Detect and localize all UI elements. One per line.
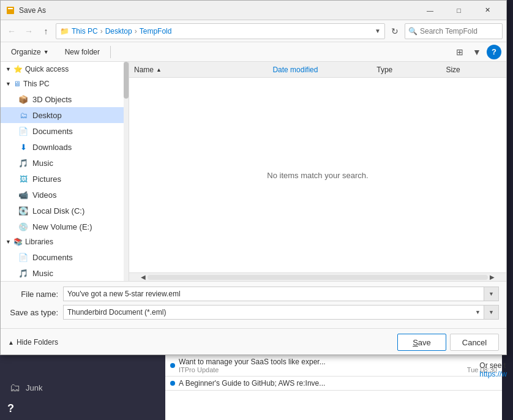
libraries-group[interactable]: ▼ 📚 Libraries — [1, 234, 129, 249]
sort-arrow-icon: ▲ — [156, 67, 162, 73]
3dobjects-icon: 📦 — [18, 94, 29, 105]
this-pc-caret-icon: ▼ — [6, 81, 11, 87]
sidebar-item-label: Videos — [32, 190, 57, 200]
sidebar-item-local-disk-c[interactable]: 💽 Local Disk (C:) — [1, 203, 129, 219]
sidebar-item-lib-music[interactable]: 🎵 Music — [1, 265, 129, 281]
help-button[interactable]: ? — [487, 45, 501, 59]
sidebar-item-label: Pictures — [32, 174, 61, 184]
sidebar-item-music[interactable]: 🎵 Music — [1, 155, 129, 171]
link-text: https://w — [479, 370, 507, 378]
forward-button[interactable]: → — [21, 24, 36, 39]
column-size[interactable]: Size — [446, 66, 501, 74]
cancel-label: Cancel — [462, 338, 487, 347]
svg-rect-0 — [7, 7, 14, 14]
refresh-button[interactable]: ↻ — [388, 24, 402, 39]
hide-folders-button[interactable]: ▲ Hide Folders — [8, 338, 58, 347]
file-area: Name ▲ Date modified Type Size No items … — [129, 62, 506, 281]
title-bar: Save As — □ ✕ — [1, 1, 506, 20]
lib-music-icon: 🎵 — [18, 268, 29, 279]
new-folder-button[interactable]: New folder — [59, 45, 105, 59]
breadcrumb-tempfold[interactable]: TempFold — [140, 27, 172, 36]
sidebar-item-label: Music — [32, 159, 53, 168]
scroll-left-button[interactable]: ◀ — [139, 273, 148, 282]
sidebar-item-pictures[interactable]: 🖼 Pictures — [1, 171, 129, 187]
organize-caret-icon: ▼ — [43, 49, 49, 55]
column-size-label: Size — [446, 66, 460, 74]
sidebar-item-label: Desktop — [32, 111, 62, 120]
view-toggle-button[interactable]: ⊞ — [452, 45, 467, 59]
file-name-input[interactable] — [63, 287, 484, 301]
sidebar-item-label: 3D Objects — [32, 95, 72, 104]
this-pc-icon: 🖥 — [13, 80, 21, 88]
column-header: Name ▲ Date modified Type Size — [129, 62, 506, 78]
email1-sender: ITPro Update — [179, 366, 219, 373]
sidebar-item-new-volume-e[interactable]: 💿 New Volume (E:) — [1, 219, 129, 234]
up-button[interactable]: ↑ — [39, 24, 53, 39]
cancel-button[interactable]: Cancel — [450, 334, 499, 351]
main-area: ▼ ⭐ Quick access ▼ 🖥 This PC 📦 3D Object… — [1, 62, 506, 281]
sidebar-item-desktop[interactable]: 🗂 Desktop — [1, 107, 129, 123]
bottom-form: File name: ▼ Save as type: Thunderbird D… — [1, 281, 506, 328]
sidebar-item-label: New Volume (E:) — [32, 222, 92, 231]
email-item-2: A Beginner's Guide to GitHub; AWS re:Inv… — [165, 377, 502, 391]
toolbar-separator — [110, 46, 111, 58]
sidebar-item-label: Downloads — [32, 143, 72, 152]
sidebar-scrollbar-thumb[interactable] — [124, 62, 129, 99]
horizontal-scrollbar[interactable]: ◀ ▶ — [129, 272, 506, 281]
scroll-right-button[interactable]: ▶ — [488, 273, 496, 282]
breadcrumb-dropdown-button[interactable]: ▼ — [375, 28, 381, 34]
organize-button[interactable]: Organize ▼ — [6, 45, 54, 59]
address-bar: ← → ↑ 📁 This PC › Desktop › TempFold ▼ ↻… — [1, 20, 506, 42]
hide-folders-label: Hide Folders — [17, 338, 58, 347]
email1-subject: Want to manage your SaaS tools like expe… — [179, 358, 497, 366]
sidebar-item-label: Documents — [32, 127, 73, 136]
this-pc-label: This PC — [23, 80, 50, 88]
breadcrumb-this-pc[interactable]: This PC — [72, 27, 98, 36]
back-button[interactable]: ← — [4, 24, 19, 39]
this-pc-group[interactable]: ▼ 🖥 This PC — [1, 77, 129, 91]
breadcrumb-folder-icon: 📁 — [60, 27, 69, 36]
dialog-icon — [6, 6, 15, 15]
column-date-label: Date modified — [272, 66, 318, 74]
view-dropdown-button[interactable]: ▼ — [470, 45, 484, 59]
column-type-label: Type — [376, 66, 392, 74]
search-wrapper: 🔍 — [405, 23, 503, 39]
email-item-1: Want to manage your SaaS tools like expe… — [165, 355, 502, 377]
scroll-track[interactable] — [148, 275, 488, 280]
search-input[interactable] — [405, 23, 503, 39]
toolbar: Organize ▼ New folder ⊞ ▼ ? — [1, 42, 506, 62]
local-disk-c-icon: 💽 — [18, 205, 29, 216]
sidebar-item-videos[interactable]: 📹 Videos — [1, 187, 129, 203]
save-as-type-dropdown-button[interactable]: ▼ — [484, 305, 499, 320]
sidebar-item-label: Documents — [32, 253, 73, 262]
save-as-type-select[interactable]: Thunderbird Document (*.eml) — [63, 305, 484, 320]
bg-right-info: Or see t https://w — [479, 361, 507, 378]
column-date[interactable]: Date modified — [272, 66, 376, 74]
sidebar-item-downloads[interactable]: ⬇ Downloads — [1, 139, 129, 155]
save-as-dialog: Save As — □ ✕ ← → ↑ 📁 This PC › Desktop … — [0, 0, 507, 355]
breadcrumb-desktop[interactable]: Desktop — [105, 27, 132, 36]
pictures-icon: 🖼 — [18, 173, 29, 184]
desktop-icon: 🗂 — [18, 110, 29, 121]
quick-access-group[interactable]: ▼ ⭐ Quick access — [1, 62, 129, 77]
email-list-panel: Want to manage your SaaS tools like expe… — [165, 355, 502, 420]
sidebar-item-lib-documents[interactable]: 📄 Documents — [1, 249, 129, 265]
videos-icon: 📹 — [18, 189, 29, 200]
close-button[interactable]: ✕ — [474, 1, 501, 20]
email2-subject: A Beginner's Guide to GitHub; AWS re:Inv… — [179, 379, 497, 388]
maximize-button[interactable]: □ — [445, 1, 473, 20]
column-name[interactable]: Name ▲ — [134, 66, 272, 74]
minimize-button[interactable]: — — [416, 1, 444, 20]
libraries-caret-icon: ▼ — [6, 239, 11, 245]
save-button[interactable]: Save — [397, 334, 446, 351]
action-buttons: Save Cancel — [397, 334, 499, 351]
sidebar-item-3dobjects[interactable]: 📦 3D Objects — [1, 91, 129, 107]
file-name-dropdown-button[interactable]: ▼ — [484, 287, 499, 301]
new-folder-label: New folder — [65, 48, 100, 56]
sidebar-item-label: Local Disk (C:) — [32, 206, 84, 216]
svg-rect-1 — [8, 8, 13, 9]
window-controls: — □ ✕ — [416, 1, 501, 20]
sidebar-item-documents[interactable]: 📄 Documents — [1, 123, 129, 139]
sidebar-scrollbar-track[interactable] — [124, 62, 129, 281]
column-type[interactable]: Type — [376, 66, 446, 74]
